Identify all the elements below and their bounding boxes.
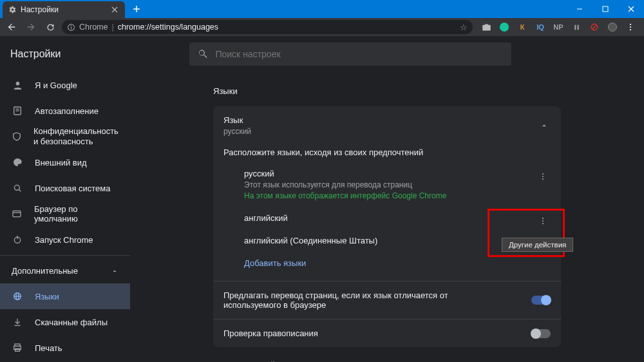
section-title-languages: Языки bbox=[213, 86, 561, 96]
svg-point-15 bbox=[630, 24, 631, 25]
gear-icon bbox=[8, 5, 17, 14]
translate-toggle-row[interactable]: Предлагать перевод страниц, если их язык… bbox=[213, 281, 561, 319]
extensions-area: К IQ NP bbox=[477, 21, 640, 33]
window-maximize[interactable] bbox=[592, 0, 618, 18]
svg-rect-11 bbox=[574, 24, 576, 30]
translate-label: Предлагать перевод страниц, если их язык… bbox=[223, 291, 500, 310]
sidebar-item-appearance[interactable]: Внешний вид bbox=[0, 149, 130, 175]
nav-forward[interactable] bbox=[23, 19, 39, 35]
window-minimize[interactable] bbox=[567, 0, 592, 18]
svg-point-41 bbox=[542, 176, 544, 177]
autofill-icon bbox=[12, 105, 23, 117]
svg-rect-9 bbox=[71, 26, 71, 29]
ext-grammarly-icon[interactable] bbox=[498, 21, 510, 33]
window-titlebar: Настройки bbox=[0, 0, 644, 18]
search-icon bbox=[12, 182, 23, 194]
bookmark-icon[interactable]: ☆ bbox=[460, 23, 468, 32]
sidebar-item-languages[interactable]: Языки bbox=[0, 283, 130, 309]
svg-point-43 bbox=[542, 218, 544, 219]
ext-block-icon[interactable] bbox=[589, 21, 600, 33]
ext-np-icon[interactable]: NP bbox=[553, 21, 564, 33]
sidebar-section-advanced[interactable]: Дополнительные bbox=[0, 258, 130, 283]
svg-point-22 bbox=[14, 185, 19, 190]
sidebar-item-startup[interactable]: Запуск Chrome bbox=[0, 227, 130, 252]
language-card: Язык русский Расположите языки, исходя и… bbox=[213, 106, 561, 347]
chevron-up-icon bbox=[111, 267, 118, 275]
address-url: chrome://settings/languages bbox=[118, 23, 218, 32]
spellcheck-toggle-row[interactable]: Проверка правописания bbox=[213, 319, 561, 347]
sidebar-item-autofill[interactable]: Автозаполнение bbox=[0, 98, 130, 124]
browser-tab[interactable]: Настройки bbox=[3, 1, 125, 18]
palette-icon bbox=[12, 157, 23, 168]
sidebar-item-print[interactable]: Печать bbox=[0, 335, 130, 361]
site-info-icon[interactable] bbox=[67, 23, 75, 32]
nav-back[interactable] bbox=[4, 19, 19, 35]
language-more-button[interactable] bbox=[535, 213, 551, 229]
language-more-button[interactable] bbox=[535, 169, 551, 184]
language-row-english: английский bbox=[223, 207, 551, 229]
browser-menu-icon[interactable] bbox=[625, 21, 636, 33]
browser-toolbar: Chrome | chrome://settings/languages ☆ К… bbox=[0, 18, 644, 36]
svg-point-42 bbox=[542, 178, 544, 180]
svg-point-18 bbox=[15, 81, 19, 85]
language-subtitle: русский bbox=[223, 127, 251, 136]
ext-camera-icon[interactable] bbox=[480, 21, 492, 33]
search-icon bbox=[197, 48, 209, 60]
sidebar-item-privacy[interactable]: Конфиденциальность и безопасность bbox=[0, 124, 130, 149]
tooltip-more-actions: Другие действия bbox=[502, 238, 573, 252]
add-language-link[interactable]: Добавить языки bbox=[223, 252, 551, 277]
svg-point-45 bbox=[542, 223, 544, 224]
profile-avatar[interactable] bbox=[607, 21, 618, 33]
settings-search[interactable] bbox=[189, 43, 511, 66]
sidebar-item-downloads[interactable]: Скачанные файлы bbox=[0, 309, 130, 335]
tab-close-icon[interactable] bbox=[109, 5, 120, 15]
globe-icon bbox=[12, 291, 23, 302]
print-icon bbox=[12, 342, 23, 354]
settings-sidebar: Я и Google Автозаполнение Конфиденциальн… bbox=[0, 72, 130, 362]
svg-rect-12 bbox=[577, 24, 578, 30]
settings-header: Настройки bbox=[0, 36, 644, 72]
power-icon bbox=[12, 234, 23, 245]
browser-icon bbox=[12, 208, 23, 220]
person-icon bbox=[12, 79, 23, 91]
window-close[interactable] bbox=[618, 0, 644, 18]
svg-point-44 bbox=[542, 220, 544, 222]
svg-rect-5 bbox=[603, 6, 608, 12]
svg-line-23 bbox=[19, 189, 21, 191]
language-order-hint: Расположите языки, исходя из своих предп… bbox=[223, 148, 551, 157]
language-title: Язык bbox=[223, 115, 251, 125]
search-input[interactable] bbox=[215, 49, 504, 59]
new-tab-button[interactable] bbox=[129, 3, 144, 15]
settings-main: Языки Язык русский Расположите языки, ис… bbox=[130, 72, 644, 362]
page-title: Настройки bbox=[10, 48, 61, 60]
svg-line-14 bbox=[592, 25, 597, 30]
spellcheck-toggle[interactable] bbox=[531, 329, 551, 338]
svg-point-16 bbox=[630, 26, 631, 28]
sidebar-item-default-browser[interactable]: Браузер по умолчанию bbox=[0, 201, 130, 227]
address-bar[interactable]: Chrome | chrome://settings/languages ☆ bbox=[62, 20, 473, 34]
ext-pause-icon[interactable] bbox=[571, 21, 582, 33]
ext-k-icon[interactable]: К bbox=[516, 21, 528, 33]
sidebar-item-search[interactable]: Поисковая система bbox=[0, 175, 130, 201]
tab-title: Настройки bbox=[21, 5, 106, 14]
address-prefix: Chrome bbox=[79, 23, 108, 32]
svg-rect-24 bbox=[13, 211, 21, 216]
chevron-up-icon bbox=[538, 119, 551, 132]
language-row-russian: русский Этот язык используется для перев… bbox=[223, 162, 551, 207]
shield-icon bbox=[12, 131, 22, 142]
language-card-header[interactable]: Язык русский bbox=[213, 106, 561, 145]
translate-toggle[interactable] bbox=[531, 296, 551, 305]
svg-point-10 bbox=[71, 25, 71, 26]
download-icon bbox=[12, 316, 23, 328]
spellcheck-label: Проверка правописания bbox=[223, 329, 318, 338]
sidebar-item-me-google[interactable]: Я и Google bbox=[0, 72, 130, 98]
nav-reload[interactable] bbox=[43, 19, 58, 35]
svg-point-17 bbox=[630, 29, 631, 30]
ext-iq-icon[interactable]: IQ bbox=[535, 21, 546, 33]
svg-point-40 bbox=[542, 173, 544, 175]
